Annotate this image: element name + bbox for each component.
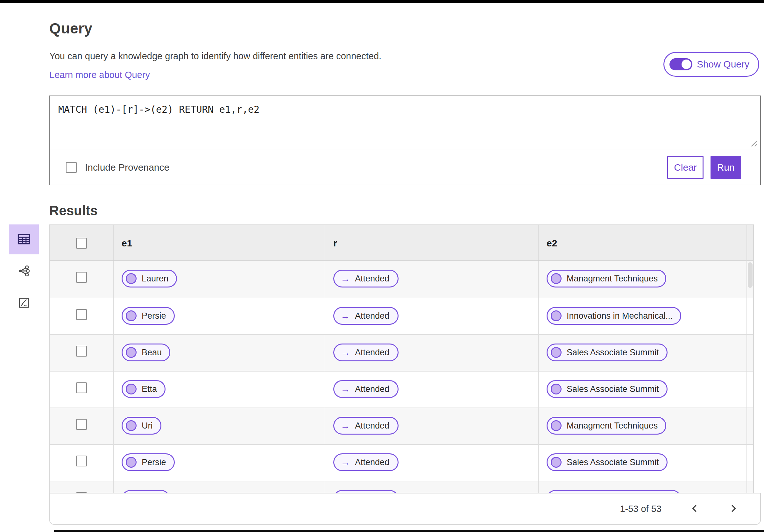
entity-label: Persie (142, 457, 166, 467)
table-scrollbar-track (746, 225, 753, 517)
entity-pill-e1[interactable]: Etta (121, 380, 165, 398)
sidebar-item-table-view[interactable] (9, 225, 39, 255)
entity-dot-icon (126, 310, 136, 321)
entity-label: Lauren (142, 274, 168, 284)
row-cell-r: → Attended (325, 408, 538, 444)
relation-pill[interactable]: → Attended (333, 417, 399, 435)
relation-label: Attended (355, 384, 389, 394)
row-cell-r: → Attended (325, 335, 538, 371)
arrow-right-icon: → (341, 384, 350, 394)
next-page-button[interactable] (728, 504, 738, 514)
table-row: Persie → Attended Sales Associate Summit (50, 444, 753, 481)
entity-dot-icon (126, 420, 136, 431)
entity-label: Sales Associate Summit (567, 348, 659, 358)
row-cell-select (50, 335, 113, 371)
entity-label: Etta (142, 384, 157, 394)
entity-pill-e1[interactable]: Beau (121, 344, 170, 361)
row-cell-e2: Sales Associate Summit (538, 372, 746, 408)
arrow-right-icon: → (341, 457, 350, 467)
entity-pill-e2[interactable]: Managment Techniques (547, 270, 666, 287)
query-editor-wrap: MATCH (e1)-[r]->(e2) RETURN e1,r,e2 (50, 96, 760, 150)
table-row: Persie → Attended Innovations in Mechani… (50, 298, 753, 334)
arrow-right-icon: → (341, 311, 350, 321)
page-description: You can query a knowledge graph to ident… (49, 51, 761, 62)
select-all-checkbox[interactable] (76, 238, 87, 249)
relation-pill[interactable]: → Attended (333, 270, 399, 287)
window-top-border (0, 0, 764, 3)
chart-view-icon (18, 296, 30, 310)
row-cell-e1: Uri (113, 408, 325, 444)
learn-more-link[interactable]: Learn more about Query (49, 70, 150, 80)
entity-pill-e2[interactable]: Innovations in Mechanical... (547, 307, 681, 325)
header-cell-e1: e1 (113, 225, 325, 261)
relation-pill[interactable]: → Attended (333, 453, 399, 471)
resize-handle-icon[interactable] (747, 137, 758, 148)
entity-dot-icon (551, 273, 562, 284)
show-query-toggle[interactable]: Show Query (664, 52, 759, 77)
entity-dot-icon (551, 420, 562, 431)
row-cell-e1: Persie (113, 298, 325, 334)
results-table: e1 r e2 Lauren → Attended (49, 225, 754, 518)
pagination-footer: 1-53 of 53 (49, 493, 761, 525)
entity-pill-e1[interactable]: Persie (121, 307, 175, 325)
entity-dot-icon (126, 273, 136, 284)
entity-label: Innovations in Mechanical... (567, 311, 672, 321)
sidebar-item-graph-view[interactable] (9, 256, 39, 286)
row-checkbox[interactable] (76, 272, 87, 283)
relation-pill[interactable]: → Attended (333, 344, 399, 361)
query-section: Query You can query a knowledge graph to… (49, 3, 761, 218)
pagination-label: 1-53 of 53 (620, 504, 662, 514)
row-cell-e1: Lauren (113, 261, 325, 298)
row-cell-select (50, 261, 113, 298)
clear-button[interactable]: Clear (667, 156, 703, 179)
row-checkbox[interactable] (76, 382, 87, 393)
table-row: Etta → Attended Sales Associate Summit (50, 371, 753, 408)
relation-label: Attended (355, 421, 389, 431)
include-provenance-label: Include Provenance (85, 162, 169, 173)
query-editor-input[interactable]: MATCH (e1)-[r]->(e2) RETURN e1,r,e2 (50, 96, 760, 150)
row-checkbox[interactable] (76, 346, 87, 357)
entity-dot-icon (551, 310, 562, 321)
sidebar-item-chart-view[interactable] (9, 288, 39, 318)
table-scrollbar[interactable] (748, 262, 753, 288)
prev-page-button[interactable] (690, 504, 700, 514)
entity-dot-icon (551, 347, 562, 358)
row-cell-e2: Managment Techniques (538, 408, 746, 444)
chevron-right-icon (728, 504, 738, 514)
include-provenance-checkbox[interactable] (66, 162, 77, 173)
run-button[interactable]: Run (710, 156, 741, 179)
relation-pill[interactable]: → Attended (333, 307, 399, 325)
toggle-on-icon (669, 58, 692, 70)
entity-label: Persie (142, 311, 166, 321)
row-checkbox[interactable] (76, 455, 87, 466)
page-title: Query (49, 20, 761, 37)
relation-pill[interactable]: → Attended (333, 380, 399, 398)
table-header-row: e1 r e2 (50, 225, 753, 261)
entity-pill-e1[interactable]: Persie (121, 453, 175, 471)
row-cell-select (50, 372, 113, 408)
row-cell-select (50, 445, 113, 481)
entity-pill-e2[interactable]: Sales Associate Summit (547, 380, 668, 398)
row-checkbox[interactable] (76, 419, 87, 430)
entity-pill-e1[interactable]: Lauren (121, 270, 177, 287)
row-checkbox[interactable] (76, 309, 87, 320)
table-row: Lauren → Attended Managment Techniques (50, 261, 753, 298)
header-cell-r: r (325, 225, 538, 261)
column-header-e1: e1 (121, 238, 132, 248)
entity-pill-e2[interactable]: Sales Associate Summit (547, 344, 668, 361)
row-cell-r: → Attended (325, 298, 538, 334)
entity-pill-e2[interactable]: Sales Associate Summit (547, 453, 668, 471)
table-body: Lauren → Attended Managment Techniques P… (50, 261, 753, 517)
row-cell-e2: Sales Associate Summit (538, 445, 746, 481)
relation-label: Attended (355, 311, 389, 321)
entity-label: Managment Techniques (567, 421, 658, 431)
relation-label: Attended (355, 348, 389, 358)
entity-pill-e2[interactable]: Managment Techniques (547, 417, 666, 435)
table-view-icon (17, 232, 31, 248)
entity-pill-e1[interactable]: Uri (121, 417, 161, 435)
row-cell-r: → Attended (325, 372, 538, 408)
entity-label: Uri (142, 421, 153, 431)
row-cell-r: → Attended (325, 261, 538, 298)
row-cell-e1: Etta (113, 372, 325, 408)
graph-view-icon (17, 264, 31, 278)
